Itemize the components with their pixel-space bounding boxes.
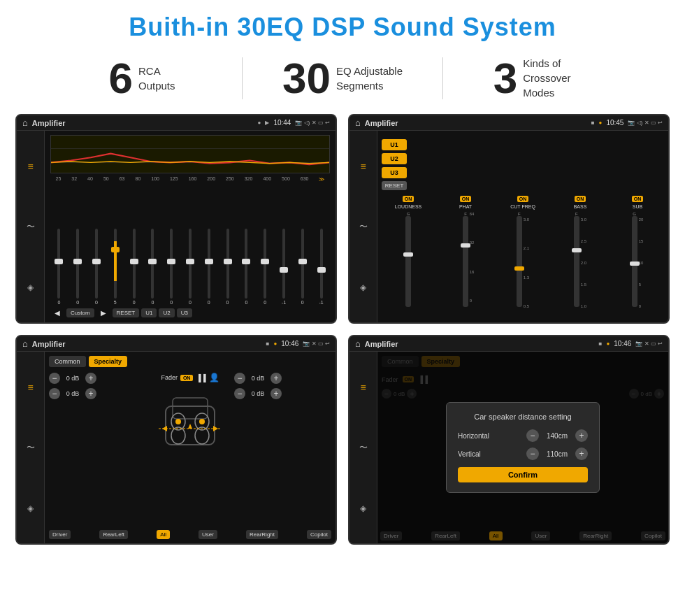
stat-number-rca: 6: [108, 57, 132, 100]
fader-row-4: − 0 dB +: [234, 388, 331, 399]
phat-on[interactable]: ON: [460, 196, 472, 202]
eq-graph: [50, 135, 330, 173]
fader-person-icon[interactable]: 👤: [209, 373, 219, 382]
u3-btn[interactable]: U3: [177, 308, 192, 317]
topbar-icons-3: 📷 ✕ ▭ ↩: [303, 341, 330, 347]
svg-point-8: [199, 419, 205, 424]
eq-icon[interactable]: ≡: [27, 161, 33, 172]
horizontal-label: Horizontal: [458, 432, 500, 440]
prev-btn[interactable]: ◀: [50, 308, 64, 318]
fader-minus-3[interactable]: −: [234, 373, 245, 384]
dot2-icon-3: ●: [273, 341, 277, 347]
wave-icon[interactable]: 〜: [27, 221, 35, 233]
topbar-title-2: Amplifier: [365, 119, 587, 127]
horizontal-minus[interactable]: −: [526, 429, 539, 442]
sub-on[interactable]: ON: [632, 196, 644, 202]
eq-slider-4: 0: [125, 229, 143, 305]
channel-cutfreq: ON CUT FREQ F 3.0: [496, 196, 549, 324]
fader-spk-icon[interactable]: ◈: [27, 503, 34, 513]
u2-btn[interactable]: U2: [159, 308, 174, 317]
speaker-icon[interactable]: ◈: [27, 282, 34, 292]
copilot-btn[interactable]: Copilot: [307, 530, 331, 539]
vertical-minus[interactable]: −: [526, 447, 539, 460]
vertical-plus[interactable]: +: [575, 447, 588, 460]
all-btn[interactable]: All: [157, 530, 170, 539]
fader-plus-3[interactable]: +: [271, 373, 282, 384]
svg-point-6: [175, 419, 181, 424]
fader-center: Fader ON ▐▐ 👤: [152, 373, 229, 527]
amp-spk-icon[interactable]: ◈: [360, 282, 366, 292]
bass-on[interactable]: ON: [575, 196, 586, 202]
fader-minus-1[interactable]: −: [49, 373, 60, 384]
cutfreq-label: CUT FREQ: [510, 204, 535, 209]
dialog-row-horizontal: Horizontal − 140cm +: [458, 429, 588, 442]
time-1: 10:44: [273, 119, 291, 127]
home-icon-3: ⌂: [22, 338, 28, 349]
stat-label-crossover: Kinds of Crossover Modes: [523, 56, 593, 100]
eq-slider-12: -1: [275, 229, 293, 305]
screen-distance: ⌂ Amplifier ■ ● 10:46 📷 ✕ ▭ ↩ ≡ 〜 ◈ Comm…: [348, 335, 670, 545]
loudness-on[interactable]: ON: [403, 196, 414, 202]
channel-phat: ON PHAT F 64 32: [439, 196, 492, 324]
stat-number-eq: 30: [282, 57, 331, 100]
eq-slider-3: 5: [106, 229, 124, 305]
eq-bottom-bar: ◀ Custom ▶ RESET U1 U2 U3: [50, 308, 330, 318]
eq-slider-1: 0: [69, 229, 87, 305]
u1-btn[interactable]: U1: [141, 308, 157, 317]
dialog-overlay: Car speaker distance setting Horizontal …: [377, 352, 668, 543]
fader-tabs: Common Specialty: [49, 356, 331, 367]
stat-crossover: 3 Kinds of Crossover Modes: [443, 56, 643, 100]
svg-marker-14: [213, 426, 218, 431]
dialog-row-vertical: Vertical − 110cm +: [458, 447, 588, 460]
rearleft-btn[interactable]: RearLeft: [99, 530, 128, 539]
vertical-label: Vertical: [458, 450, 500, 458]
screens-grid: ⌂ Amplifier ● ▶ 10:44 📷 ◁) ✕ ▭ ↩ ≡ 〜 ◈: [0, 110, 685, 552]
sub-label: SUB: [633, 204, 642, 209]
u3-preset[interactable]: U3: [382, 167, 407, 178]
dialog-eq-icon[interactable]: ≡: [360, 382, 366, 393]
user-btn[interactable]: User: [199, 530, 217, 539]
amp-wave-icon[interactable]: 〜: [359, 221, 368, 233]
fader-eq-icon[interactable]: ≡: [27, 382, 33, 393]
tab-common[interactable]: Common: [49, 356, 86, 367]
horizontal-plus[interactable]: +: [575, 429, 588, 442]
reset-btn-2[interactable]: RESET: [382, 181, 407, 190]
eq-slider-9: 0: [219, 229, 236, 305]
fader-plus-1[interactable]: +: [85, 373, 96, 384]
dialog-spk-icon[interactable]: ◈: [360, 503, 366, 513]
time-2: 10:45: [606, 119, 623, 127]
fader-main: Common Specialty − 0 dB + − 0 dB +: [45, 352, 336, 543]
fader-wave-icon[interactable]: 〜: [27, 442, 35, 454]
dialog-wave-icon[interactable]: 〜: [359, 442, 368, 454]
fader-row-1: − 0 dB +: [49, 373, 146, 384]
horizontal-control: − 140cm +: [526, 429, 588, 442]
fader-on-btn[interactable]: ON: [180, 375, 194, 381]
bass-label: BASS: [574, 204, 587, 209]
u2-preset[interactable]: U2: [382, 153, 407, 164]
fader-minus-2[interactable]: −: [49, 388, 60, 399]
channel-loudness: ON LOUDNESS G: [382, 196, 435, 324]
tab-specialty[interactable]: Specialty: [89, 356, 128, 367]
amp-eq-icon[interactable]: ≡: [360, 161, 366, 172]
topbar-3: ⌂ Amplifier ■ ● 10:46 📷 ✕ ▭ ↩: [17, 336, 336, 352]
custom-btn[interactable]: Custom: [66, 308, 94, 317]
next-btn[interactable]: ▶: [96, 308, 110, 318]
confirm-button[interactable]: Confirm: [458, 467, 588, 482]
topbar-icons-1: 📷 ◁) ✕ ▭ ↩: [295, 120, 330, 126]
rearright-btn[interactable]: RearRight: [246, 530, 278, 539]
fader-row-2: − 0 dB +: [49, 388, 146, 399]
channel-sub: ON SUB G 20 15: [611, 196, 664, 324]
fader-value-4: 0 dB: [248, 390, 268, 397]
page-title: Buith-in 30EQ DSP Sound System: [0, 0, 685, 49]
cutfreq-on[interactable]: ON: [517, 196, 529, 202]
svg-rect-4: [173, 398, 208, 419]
reset-btn[interactable]: RESET: [113, 308, 140, 317]
fader-plus-4[interactable]: +: [271, 388, 282, 399]
stat-label-eq: EQ Adjustable Segments: [336, 64, 403, 93]
fader-plus-2[interactable]: +: [85, 388, 96, 399]
driver-btn[interactable]: Driver: [49, 530, 71, 539]
eq-slider-10: 0: [238, 229, 255, 305]
u1-preset[interactable]: U1: [382, 139, 407, 150]
fader-minus-4[interactable]: −: [234, 388, 245, 399]
dialog-title: Car speaker distance setting: [458, 413, 588, 421]
